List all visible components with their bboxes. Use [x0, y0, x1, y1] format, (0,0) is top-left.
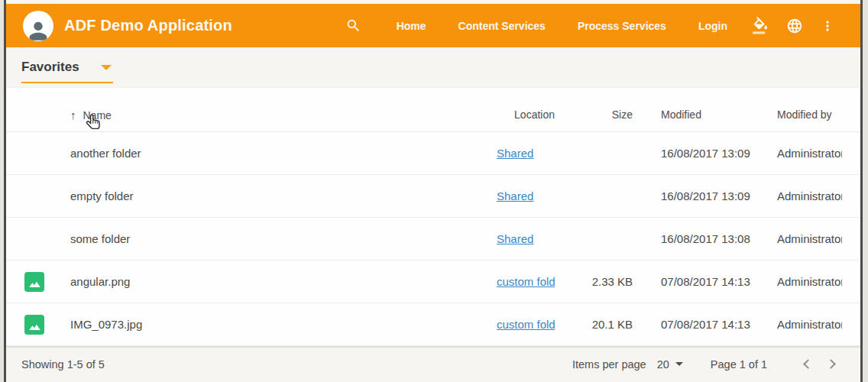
file-type-icon	[24, 315, 70, 335]
app-title: ADF Demo Application	[64, 17, 232, 34]
table-row[interactable]: IMG_0973.jpg custom folder 20.1 KB 07/08…	[6, 303, 860, 346]
column-header-location[interactable]: Location	[448, 108, 555, 121]
file-name[interactable]: another folder	[70, 147, 448, 160]
file-name[interactable]: some folder	[70, 232, 448, 245]
table-header-row: ↑Name Location Size Modified Modified by	[6, 98, 860, 132]
more-menu-icon[interactable]	[811, 12, 844, 40]
file-name[interactable]: empty folder	[70, 189, 448, 202]
modified-by: Administrator	[756, 189, 842, 202]
items-per-page-label: Items per page	[572, 358, 646, 371]
location-link[interactable]: custom folder	[497, 318, 555, 331]
file-name[interactable]: angular.png	[70, 275, 448, 288]
favorites-label: Favorites	[21, 60, 79, 75]
modified-date: 16/08/2017 13:08	[633, 232, 756, 245]
file-size: 20.1 KB	[555, 318, 633, 331]
modified-by: Administrator	[756, 232, 842, 245]
chevron-down-icon	[101, 65, 112, 70]
location-link[interactable]: custom folder	[497, 275, 555, 288]
column-header-modified[interactable]: Modified	[633, 108, 756, 121]
document-list: ↑Name Location Size Modified Modified by…	[6, 88, 860, 346]
file-type-icon	[24, 272, 70, 292]
column-header-modified-by[interactable]: Modified by	[756, 108, 842, 121]
column-header-name[interactable]: ↑Name	[70, 108, 448, 121]
items-per-page-value: 20	[657, 358, 669, 371]
theme-color-fill-icon[interactable]	[743, 11, 778, 40]
favorites-dropdown[interactable]: Favorites	[21, 60, 113, 83]
app-header: ADF Demo Application Home Content Servic…	[6, 4, 860, 47]
table-body: another folder Shared 16/08/2017 13:09 A…	[6, 132, 860, 346]
header-actions: Home Content Services Process Services L…	[337, 11, 844, 40]
modified-by: Administrator	[756, 318, 842, 331]
items-per-page-select[interactable]: 20	[657, 358, 683, 371]
sort-ascending-icon: ↑	[70, 108, 76, 121]
table-row[interactable]: empty folder Shared 16/08/2017 13:09 Adm…	[6, 175, 860, 218]
column-header-size[interactable]: Size	[555, 108, 633, 121]
showing-range-label: Showing 1-5 of 5	[21, 358, 105, 371]
previous-page-button[interactable]	[793, 351, 819, 377]
location-link[interactable]: Shared	[497, 147, 533, 160]
nav-process-services[interactable]: Process Services	[562, 12, 682, 40]
chevron-down-icon	[675, 362, 683, 366]
search-icon[interactable]	[337, 11, 370, 40]
modified-by: Administrator	[756, 147, 842, 160]
location-link[interactable]: Shared	[497, 189, 533, 202]
modified-date: 07/08/2017 14:13	[633, 275, 756, 288]
modified-date: 16/08/2017 13:09	[633, 189, 756, 202]
location-link[interactable]: Shared	[497, 232, 533, 245]
page-count-label: Page 1 of 1	[711, 358, 767, 371]
nav-login[interactable]: Login	[682, 12, 743, 40]
cursor-hand-icon	[85, 113, 103, 136]
person-icon	[25, 18, 51, 41]
app-window: ADF Demo Application Home Content Servic…	[4, 0, 863, 382]
view-switcher-bar: Favorites	[6, 47, 860, 88]
file-size: 2.33 KB	[555, 275, 633, 288]
nav-home[interactable]: Home	[381, 12, 442, 40]
next-page-button[interactable]	[819, 351, 845, 377]
modified-date: 07/08/2017 14:13	[633, 318, 756, 331]
image-file-icon	[24, 315, 44, 335]
table-row[interactable]: another folder Shared 16/08/2017 13:09 A…	[6, 132, 860, 175]
modified-by: Administrator	[756, 275, 842, 288]
language-globe-icon[interactable]	[778, 11, 811, 40]
file-name[interactable]: IMG_0973.jpg	[70, 318, 448, 331]
user-avatar-icon	[23, 11, 53, 41]
table-row[interactable]: some folder Shared 16/08/2017 13:08 Admi…	[6, 218, 860, 261]
modified-date: 16/08/2017 13:09	[633, 147, 756, 160]
image-file-icon	[24, 272, 44, 292]
nav-content-services[interactable]: Content Services	[442, 12, 562, 40]
table-row[interactable]: angular.png custom folder 2.33 KB 07/08/…	[6, 261, 860, 303]
pagination-footer: Showing 1-5 of 5 Items per page 20 Page …	[6, 346, 860, 382]
